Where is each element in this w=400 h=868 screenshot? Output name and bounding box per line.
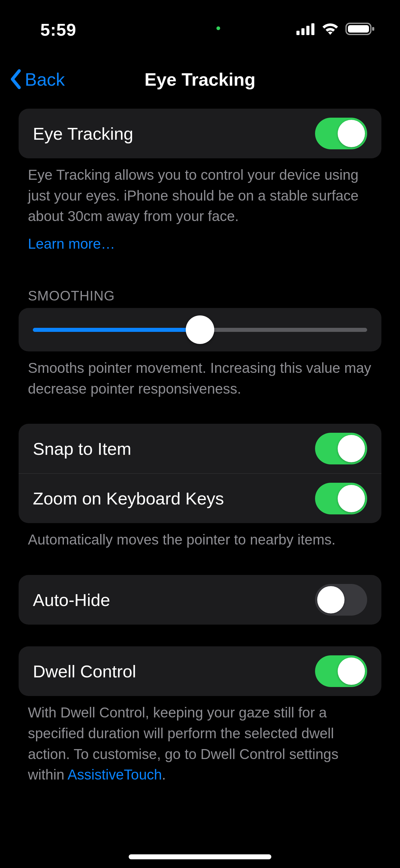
snap-zoom-footer: Automatically moves the pointer to nearb…: [19, 523, 381, 550]
auto-hide-label: Auto-Hide: [33, 590, 110, 610]
snap-to-item-toggle[interactable]: [315, 433, 367, 464]
smoothing-slider[interactable]: [33, 323, 367, 336]
slider-thumb[interactable]: [186, 315, 214, 344]
auto-hide-toggle[interactable]: [315, 584, 367, 616]
dwell-control-footer: With Dwell Control, keeping your gaze st…: [19, 696, 381, 785]
svg-rect-5: [348, 25, 369, 33]
smoothing-header: SMOOTHING: [19, 277, 381, 308]
nav-bar: Back Eye Tracking: [0, 62, 400, 96]
cellular-signal-icon: [296, 23, 315, 36]
home-indicator: [129, 854, 271, 859]
snap-zoom-group: Snap to Item Zoom on Keyboard Keys Autom…: [19, 424, 381, 550]
zoom-keyboard-toggle[interactable]: [315, 483, 367, 515]
svg-rect-3: [311, 23, 314, 35]
content: Eye Tracking Eye Tracking allows you to …: [0, 108, 400, 785]
status-right: [296, 22, 375, 37]
eye-tracking-footer: Eye Tracking allows you to control your …: [19, 158, 381, 227]
status-bar: 5:59: [0, 0, 400, 46]
auto-hide-group: Auto-Hide: [19, 575, 381, 625]
wifi-icon: [321, 22, 339, 37]
dwell-control-card: Dwell Control: [19, 646, 381, 696]
chevron-left-icon: [9, 69, 22, 89]
nav-back-button[interactable]: Back: [9, 69, 65, 90]
toggle-knob: [338, 485, 365, 512]
battery-icon: [345, 22, 375, 37]
smoothing-card: [19, 308, 381, 351]
dwell-footer-suffix: .: [162, 767, 166, 783]
snap-to-item-row: Snap to Item: [19, 424, 381, 473]
slider-fill: [33, 328, 200, 332]
eye-tracking-group: Eye Tracking Eye Tracking allows you to …: [19, 108, 381, 252]
smoothing-footer: Smooths pointer movement. Increasing thi…: [19, 351, 381, 399]
toggle-knob: [338, 435, 365, 462]
snap-to-item-label: Snap to Item: [33, 439, 131, 459]
nav-back-label: Back: [25, 69, 65, 90]
snap-zoom-card: Snap to Item Zoom on Keyboard Keys: [19, 424, 381, 523]
dwell-control-label: Dwell Control: [33, 661, 136, 681]
eye-tracking-card: Eye Tracking: [19, 108, 381, 158]
smoothing-slider-row: [19, 308, 381, 351]
auto-hide-row: Auto-Hide: [19, 575, 381, 625]
svg-rect-1: [301, 28, 304, 35]
screen: 5:59: [0, 0, 400, 868]
zoom-keyboard-row: Zoom on Keyboard Keys: [19, 473, 381, 523]
svg-rect-6: [372, 27, 374, 31]
camera-active-dot-icon: [216, 26, 220, 30]
learn-more-link[interactable]: Learn more…: [19, 227, 381, 252]
toggle-knob: [338, 657, 365, 685]
eye-tracking-row: Eye Tracking: [19, 108, 381, 158]
assistivetouch-link[interactable]: AssistiveTouch: [68, 767, 162, 783]
smoothing-group: SMOOTHING Smooths pointer movement. Incr…: [19, 277, 381, 399]
status-time: 5:59: [25, 20, 76, 40]
auto-hide-card: Auto-Hide: [19, 575, 381, 625]
svg-rect-0: [296, 31, 300, 35]
toggle-knob: [317, 586, 344, 614]
dwell-control-group: Dwell Control With Dwell Control, keepin…: [19, 646, 381, 785]
svg-rect-2: [306, 26, 309, 35]
toggle-knob: [338, 120, 365, 147]
dwell-control-toggle[interactable]: [315, 655, 367, 687]
eye-tracking-toggle[interactable]: [315, 118, 367, 149]
zoom-keyboard-label: Zoom on Keyboard Keys: [33, 488, 224, 508]
dwell-control-row: Dwell Control: [19, 646, 381, 696]
eye-tracking-label: Eye Tracking: [33, 124, 133, 144]
